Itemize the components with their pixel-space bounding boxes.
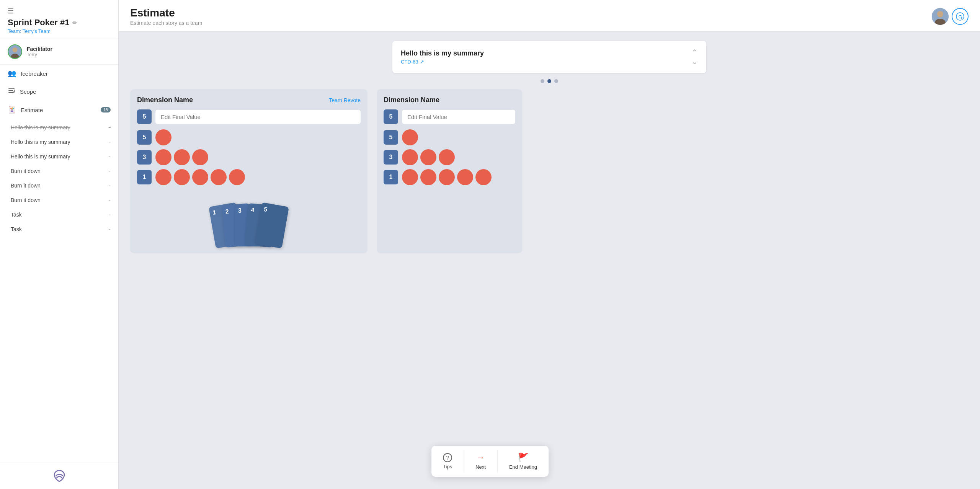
nav-estimate-label: Estimate <box>21 107 43 113</box>
sidebar-header: ☰ Sprint Poker #1 ✏ Team: Terry's Team <box>0 0 118 39</box>
vote-circle <box>402 129 418 145</box>
svg-rect-3 <box>8 88 15 89</box>
vote-circles <box>402 129 418 145</box>
final-value-input-1[interactable] <box>155 110 361 124</box>
list-item[interactable]: Burn it down - <box>0 178 118 193</box>
list-item[interactable]: Burn it down - <box>0 193 118 207</box>
svg-rect-4 <box>8 90 13 91</box>
sidebar: ☰ Sprint Poker #1 ✏ Team: Terry's Team F… <box>0 0 119 489</box>
vote-circle <box>211 169 227 185</box>
header-avatars <box>932 8 969 25</box>
list-item[interactable]: Hello this is my summary - <box>0 135 118 149</box>
nav-icebreaker-label: Icebreaker <box>21 70 48 77</box>
nav-icebreaker[interactable]: 👥 Icebreaker <box>0 65 118 82</box>
next-label: Next <box>475 464 486 470</box>
dimension-card-1: Dimension Name Team Revote 5 5 <box>130 89 368 253</box>
svg-rect-7 <box>13 91 15 91</box>
vote-circle <box>439 149 455 165</box>
vote-row: 1 <box>384 169 515 185</box>
vote-circle <box>457 169 473 185</box>
list-item[interactable]: Task - <box>0 222 118 236</box>
vote-row: 5 <box>137 129 361 145</box>
sidebar-title: Sprint Poker #1 <box>8 18 69 28</box>
vote-circle <box>192 169 208 185</box>
tips-label: Tips <box>443 464 452 469</box>
svg-rect-5 <box>8 92 14 93</box>
svg-point-11 <box>956 13 964 20</box>
sidebar-team: Team: Terry's Team <box>8 28 111 34</box>
vote-circles <box>155 129 172 145</box>
estimate-icon: 🃏 <box>8 106 16 114</box>
list-item[interactable]: Task - <box>0 207 118 222</box>
nav-scope[interactable]: Scope <box>0 82 118 101</box>
tips-icon: ? <box>443 453 452 462</box>
vote-row: 3 <box>384 149 515 165</box>
next-icon: → <box>477 453 485 463</box>
vote-circles <box>155 149 208 165</box>
score-badge: 3 <box>137 150 152 165</box>
svg-point-9 <box>937 11 943 17</box>
user-avatar <box>932 8 949 25</box>
facilitator-avatar <box>8 44 22 59</box>
vote-circle <box>229 169 245 185</box>
tips-button[interactable]: ? Tips <box>431 450 464 473</box>
vote-circle <box>402 149 418 165</box>
pagination-dot[interactable] <box>554 79 558 83</box>
score-badge: 3 <box>384 150 398 165</box>
list-item[interactable]: Hello this is my summary - <box>0 120 118 135</box>
main: Estimate Estimate each story as a team <box>119 0 980 489</box>
score-badge-final-1: 5 <box>137 109 152 124</box>
menu-icon[interactable]: ☰ <box>8 7 111 15</box>
bottom-toolbar: ? Tips → Next 🚩 End Meeting <box>431 446 549 477</box>
vote-circle <box>402 169 418 185</box>
score-badge: 5 <box>137 130 152 145</box>
story-expand-icon[interactable]: ⌃⌄ <box>691 48 698 66</box>
list-item[interactable]: Hello this is my summary - <box>0 149 118 164</box>
svg-point-1 <box>13 47 18 52</box>
vote-circles <box>155 169 245 185</box>
dimensions-row: Dimension Name Team Revote 5 5 <box>130 89 969 253</box>
facilitator-name: Terry <box>27 52 52 57</box>
estimate-badge: 18 <box>101 107 111 112</box>
end-meeting-button[interactable]: 🚩 End Meeting <box>498 450 549 473</box>
vote-row: 1 <box>137 169 361 185</box>
vote-circle <box>155 169 172 185</box>
final-value-input-2[interactable] <box>402 110 515 124</box>
vote-circles <box>402 149 455 165</box>
dimension-name-2: Dimension Name <box>384 96 439 104</box>
sidebar-footer <box>0 463 118 489</box>
dimension-card-2: Dimension Name 5 5 3 <box>377 89 522 253</box>
vote-circle <box>475 169 492 185</box>
next-button[interactable]: → Next <box>464 450 498 473</box>
story-link[interactable]: CTD-63 ↗ <box>401 59 484 65</box>
facilitator-row: Facilitator Terry <box>0 39 118 65</box>
edit-icon[interactable]: ✏ <box>72 19 77 26</box>
icebreaker-icon: 👥 <box>8 69 16 78</box>
vote-row: 5 <box>384 129 515 145</box>
nav-estimate[interactable]: 🃏 Estimate 18 <box>0 101 118 119</box>
pagination-dot-active[interactable] <box>547 79 551 83</box>
final-value-row-1: 5 <box>137 109 361 124</box>
main-body: Hello this is my summary CTD-63 ↗ ⌃⌄ Dim… <box>119 32 980 489</box>
vote-circle <box>174 149 190 165</box>
end-meeting-label: End Meeting <box>509 464 537 470</box>
score-badge-final-2: 5 <box>384 109 398 124</box>
story-card: Hello this is my summary CTD-63 ↗ ⌃⌄ <box>392 41 706 73</box>
add-member-button[interactable] <box>952 8 969 25</box>
page-subtitle: Estimate each story as a team <box>130 20 202 26</box>
story-title: Hello this is my summary <box>401 49 484 57</box>
vote-circle <box>420 149 436 165</box>
pagination-dot[interactable] <box>541 79 544 83</box>
dimension-name-1: Dimension Name <box>137 96 193 104</box>
vote-circle <box>420 169 436 185</box>
sidebar-list: Hello this is my summary - Hello this is… <box>0 119 118 463</box>
end-meeting-icon: 🚩 <box>518 453 528 463</box>
nav-scope-label: Scope <box>20 88 36 95</box>
team-revote-button-1[interactable]: Team Revote <box>329 97 361 103</box>
vote-circle <box>192 149 208 165</box>
score-badge: 5 <box>384 130 398 145</box>
list-item[interactable]: Burn it down - <box>0 164 118 178</box>
facilitator-info: Facilitator Terry <box>27 46 52 57</box>
facilitator-label: Facilitator <box>27 46 52 52</box>
vote-circles <box>402 169 492 185</box>
